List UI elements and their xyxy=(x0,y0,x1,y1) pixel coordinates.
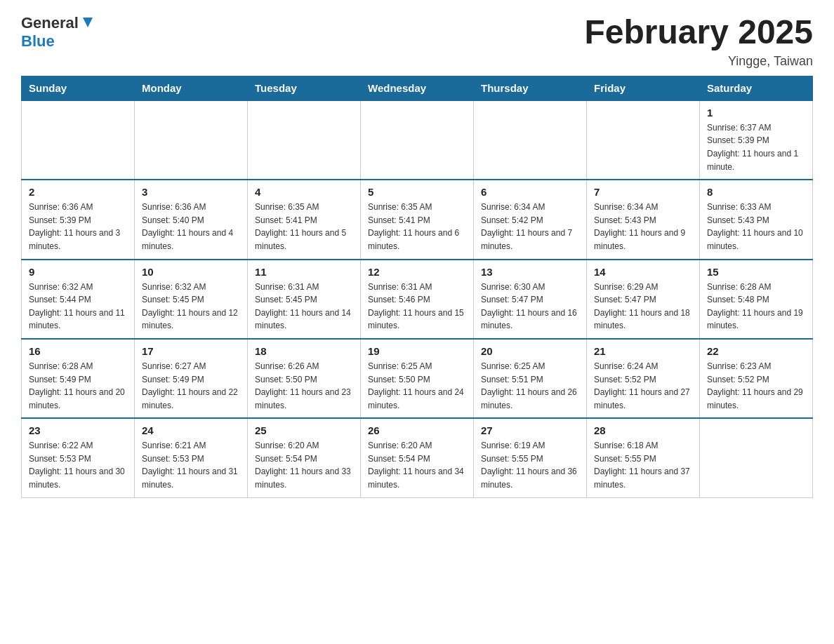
calendar-day-header: Friday xyxy=(587,76,700,100)
calendar-day-header: Sunday xyxy=(22,76,135,100)
calendar-day-cell: 28Sunrise: 6:18 AM Sunset: 5:55 PM Dayli… xyxy=(587,418,700,497)
calendar-day-cell: 25Sunrise: 6:20 AM Sunset: 5:54 PM Dayli… xyxy=(248,418,361,497)
day-info: Sunrise: 6:18 AM Sunset: 5:55 PM Dayligh… xyxy=(594,439,692,491)
calendar-day-cell: 4Sunrise: 6:35 AM Sunset: 5:41 PM Daylig… xyxy=(248,180,361,259)
calendar-day-cell: 23Sunrise: 6:22 AM Sunset: 5:53 PM Dayli… xyxy=(22,418,135,497)
day-number: 20 xyxy=(481,345,579,357)
calendar-day-cell: 8Sunrise: 6:33 AM Sunset: 5:43 PM Daylig… xyxy=(700,180,813,259)
day-info: Sunrise: 6:30 AM Sunset: 5:47 PM Dayligh… xyxy=(481,281,579,333)
day-number: 16 xyxy=(29,345,127,357)
calendar-day-header: Saturday xyxy=(700,76,813,100)
calendar-week-row: 16Sunrise: 6:28 AM Sunset: 5:49 PM Dayli… xyxy=(22,339,813,418)
day-info: Sunrise: 6:22 AM Sunset: 5:53 PM Dayligh… xyxy=(29,439,127,491)
day-number: 26 xyxy=(368,424,466,436)
calendar-day-header: Wednesday xyxy=(361,76,474,100)
day-info: Sunrise: 6:20 AM Sunset: 5:54 PM Dayligh… xyxy=(255,439,353,491)
calendar-day-cell xyxy=(587,100,700,180)
calendar-week-row: 2Sunrise: 6:36 AM Sunset: 5:39 PM Daylig… xyxy=(22,180,813,259)
logo-general: General xyxy=(21,14,79,32)
day-number: 7 xyxy=(594,186,692,198)
calendar-day-cell: 10Sunrise: 6:32 AM Sunset: 5:45 PM Dayli… xyxy=(135,260,248,339)
day-number: 5 xyxy=(368,186,466,198)
calendar-day-header: Monday xyxy=(135,76,248,100)
day-number: 24 xyxy=(142,424,240,436)
day-number: 12 xyxy=(368,266,466,278)
day-info: Sunrise: 6:27 AM Sunset: 5:49 PM Dayligh… xyxy=(142,360,240,412)
day-number: 15 xyxy=(707,266,805,278)
day-number: 27 xyxy=(481,424,579,436)
day-info: Sunrise: 6:35 AM Sunset: 5:41 PM Dayligh… xyxy=(255,201,353,253)
calendar-day-cell: 2Sunrise: 6:36 AM Sunset: 5:39 PM Daylig… xyxy=(22,180,135,259)
day-info: Sunrise: 6:37 AM Sunset: 5:39 PM Dayligh… xyxy=(707,121,805,173)
day-info: Sunrise: 6:26 AM Sunset: 5:50 PM Dayligh… xyxy=(255,360,353,412)
day-info: Sunrise: 6:28 AM Sunset: 5:49 PM Dayligh… xyxy=(29,360,127,412)
calendar-day-cell: 11Sunrise: 6:31 AM Sunset: 5:45 PM Dayli… xyxy=(248,260,361,339)
day-info: Sunrise: 6:35 AM Sunset: 5:41 PM Dayligh… xyxy=(368,201,466,253)
calendar-day-cell xyxy=(248,100,361,180)
calendar-day-cell: 21Sunrise: 6:24 AM Sunset: 5:52 PM Dayli… xyxy=(587,339,700,418)
logo-triangle-icon xyxy=(80,15,95,30)
day-number: 28 xyxy=(594,424,692,436)
calendar-day-cell: 14Sunrise: 6:29 AM Sunset: 5:47 PM Dayli… xyxy=(587,260,700,339)
calendar-day-cell: 5Sunrise: 6:35 AM Sunset: 5:41 PM Daylig… xyxy=(361,180,474,259)
day-info: Sunrise: 6:25 AM Sunset: 5:51 PM Dayligh… xyxy=(481,360,579,412)
day-info: Sunrise: 6:25 AM Sunset: 5:50 PM Dayligh… xyxy=(368,360,466,412)
day-info: Sunrise: 6:33 AM Sunset: 5:43 PM Dayligh… xyxy=(707,201,805,253)
day-info: Sunrise: 6:34 AM Sunset: 5:43 PM Dayligh… xyxy=(594,201,692,253)
day-number: 3 xyxy=(142,186,240,198)
calendar-day-cell xyxy=(474,100,587,180)
day-number: 9 xyxy=(29,266,127,278)
calendar-day-cell xyxy=(361,100,474,180)
day-number: 17 xyxy=(142,345,240,357)
day-number: 22 xyxy=(707,345,805,357)
day-number: 2 xyxy=(29,186,127,198)
calendar-day-cell: 19Sunrise: 6:25 AM Sunset: 5:50 PM Dayli… xyxy=(361,339,474,418)
day-info: Sunrise: 6:32 AM Sunset: 5:44 PM Dayligh… xyxy=(29,281,127,333)
day-info: Sunrise: 6:31 AM Sunset: 5:46 PM Dayligh… xyxy=(368,281,466,333)
calendar-day-cell: 27Sunrise: 6:19 AM Sunset: 5:55 PM Dayli… xyxy=(474,418,587,497)
day-number: 14 xyxy=(594,266,692,278)
day-number: 23 xyxy=(29,424,127,436)
calendar-day-header: Thursday xyxy=(474,76,587,100)
calendar-day-cell xyxy=(22,100,135,180)
day-number: 8 xyxy=(707,186,805,198)
calendar-day-cell xyxy=(700,418,813,497)
day-info: Sunrise: 6:24 AM Sunset: 5:52 PM Dayligh… xyxy=(594,360,692,412)
day-number: 10 xyxy=(142,266,240,278)
day-info: Sunrise: 6:36 AM Sunset: 5:40 PM Dayligh… xyxy=(142,201,240,253)
day-info: Sunrise: 6:21 AM Sunset: 5:53 PM Dayligh… xyxy=(142,439,240,491)
calendar-header-row: SundayMondayTuesdayWednesdayThursdayFrid… xyxy=(22,76,813,100)
day-number: 11 xyxy=(255,266,353,278)
day-info: Sunrise: 6:32 AM Sunset: 5:45 PM Dayligh… xyxy=(142,281,240,333)
logo-blue: Blue xyxy=(21,32,55,51)
calendar-week-row: 9Sunrise: 6:32 AM Sunset: 5:44 PM Daylig… xyxy=(22,260,813,339)
logo: General Blue xyxy=(21,14,95,51)
day-info: Sunrise: 6:31 AM Sunset: 5:45 PM Dayligh… xyxy=(255,281,353,333)
day-info: Sunrise: 6:28 AM Sunset: 5:48 PM Dayligh… xyxy=(707,281,805,333)
day-number: 19 xyxy=(368,345,466,357)
day-number: 18 xyxy=(255,345,353,357)
day-number: 21 xyxy=(594,345,692,357)
calendar-day-cell: 15Sunrise: 6:28 AM Sunset: 5:48 PM Dayli… xyxy=(700,260,813,339)
calendar-day-cell: 6Sunrise: 6:34 AM Sunset: 5:42 PM Daylig… xyxy=(474,180,587,259)
calendar-day-cell: 20Sunrise: 6:25 AM Sunset: 5:51 PM Dayli… xyxy=(474,339,587,418)
calendar-day-cell: 26Sunrise: 6:20 AM Sunset: 5:54 PM Dayli… xyxy=(361,418,474,497)
calendar-day-cell: 16Sunrise: 6:28 AM Sunset: 5:49 PM Dayli… xyxy=(22,339,135,418)
day-info: Sunrise: 6:20 AM Sunset: 5:54 PM Dayligh… xyxy=(368,439,466,491)
day-info: Sunrise: 6:34 AM Sunset: 5:42 PM Dayligh… xyxy=(481,201,579,253)
day-number: 25 xyxy=(255,424,353,436)
calendar-day-cell: 12Sunrise: 6:31 AM Sunset: 5:46 PM Dayli… xyxy=(361,260,474,339)
calendar-day-cell: 17Sunrise: 6:27 AM Sunset: 5:49 PM Dayli… xyxy=(135,339,248,418)
day-number: 6 xyxy=(481,186,579,198)
month-title: February 2025 xyxy=(584,14,813,51)
day-number: 13 xyxy=(481,266,579,278)
day-info: Sunrise: 6:29 AM Sunset: 5:47 PM Dayligh… xyxy=(594,281,692,333)
calendar-day-cell: 24Sunrise: 6:21 AM Sunset: 5:53 PM Dayli… xyxy=(135,418,248,497)
day-info: Sunrise: 6:36 AM Sunset: 5:39 PM Dayligh… xyxy=(29,201,127,253)
calendar-day-cell xyxy=(135,100,248,180)
calendar-day-cell: 13Sunrise: 6:30 AM Sunset: 5:47 PM Dayli… xyxy=(474,260,587,339)
location: Yingge, Taiwan xyxy=(584,54,813,69)
day-info: Sunrise: 6:19 AM Sunset: 5:55 PM Dayligh… xyxy=(481,439,579,491)
day-number: 1 xyxy=(707,107,805,119)
calendar-day-cell: 7Sunrise: 6:34 AM Sunset: 5:43 PM Daylig… xyxy=(587,180,700,259)
